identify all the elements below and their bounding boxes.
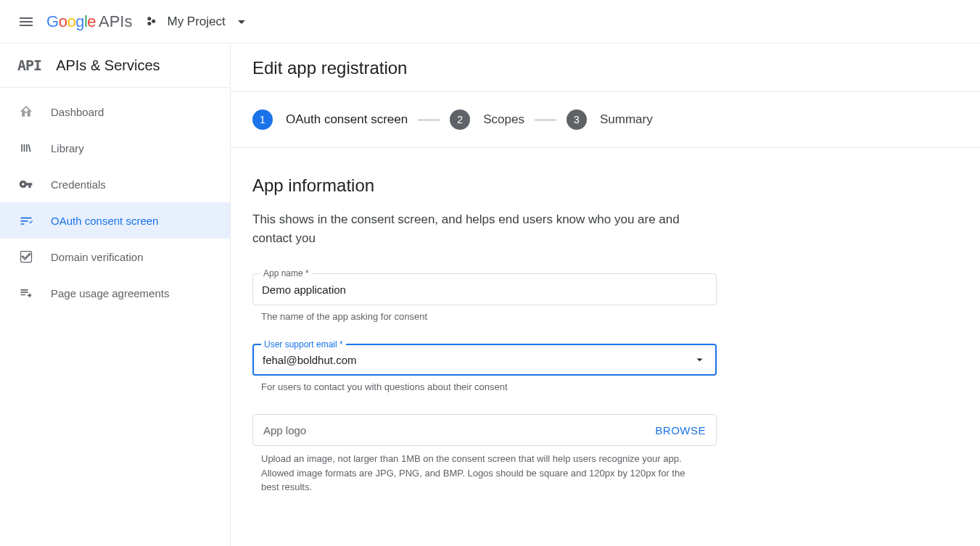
dropdown-icon	[693, 352, 707, 367]
sidebar-item-label: Page usage agreements	[51, 287, 169, 299]
sidebar-item-label: Dashboard	[51, 106, 104, 118]
hamburger-menu[interactable]	[9, 4, 44, 39]
browse-button[interactable]: BROWSE	[655, 424, 706, 437]
sidebar-item-page-usage[interactable]: Page usage agreements	[0, 275, 230, 311]
section-desc: This shows in the consent screen, and he…	[252, 210, 717, 247]
sidebar-item-label: OAuth consent screen	[51, 215, 158, 227]
consent-icon	[17, 212, 35, 229]
sidebar-item-credentials[interactable]: Credentials	[0, 166, 230, 202]
step-divider	[535, 120, 556, 120]
sidebar: API APIs & Services Dashboard Library	[0, 44, 231, 546]
step-label: Summary	[600, 112, 653, 127]
step-label: OAuth consent screen	[286, 112, 408, 127]
library-icon	[17, 139, 35, 157]
dashboard-icon	[17, 103, 35, 120]
support-email-select[interactable]	[254, 354, 693, 366]
verified-icon	[17, 248, 35, 265]
support-email-label: User support email *	[261, 339, 346, 349]
svg-point-2	[148, 22, 152, 25]
step-number: 2	[450, 109, 470, 130]
step-divider	[418, 120, 440, 120]
step-number: 3	[567, 109, 587, 130]
step-label: Scopes	[483, 112, 524, 127]
apis-label: APIs	[99, 12, 132, 31]
project-icon	[145, 15, 160, 29]
svg-point-0	[148, 17, 152, 20]
main-layout: API APIs & Services Dashboard Library	[0, 44, 980, 546]
project-name: My Project	[167, 15, 225, 29]
hamburger-icon	[17, 13, 35, 30]
project-selector[interactable]: My Project	[145, 13, 250, 30]
page-title: Edit app registration	[252, 58, 958, 78]
page-title-row: Edit app registration	[231, 44, 980, 92]
logo[interactable]: Google APIs	[46, 12, 132, 31]
sidebar-item-oauth-consent[interactable]: OAuth consent screen	[0, 202, 230, 239]
sidebar-item-label: Credentials	[51, 178, 106, 191]
app-logo-field-wrapper[interactable]: App logo BROWSE	[252, 414, 717, 446]
app-logo-helper: Upload an image, not larger than 1MB on …	[252, 452, 702, 495]
sidebar-items: Dashboard Library Credentials OAuth cons…	[0, 88, 230, 311]
sidebar-item-library[interactable]: Library	[0, 130, 230, 166]
field-app-logo: App logo BROWSE Upload an image, not lar…	[252, 414, 717, 495]
sidebar-title: APIs & Services	[56, 57, 160, 74]
topbar: Google APIs My Project	[0, 0, 980, 44]
step-number: 1	[252, 109, 273, 130]
app-name-field-wrapper[interactable]: App name *	[252, 273, 717, 305]
app-name-helper: The name of the app asking for consent	[252, 311, 717, 322]
field-support-email: User support email * For users to contac…	[252, 344, 717, 392]
key-icon	[17, 175, 35, 193]
api-logo: API	[17, 57, 41, 74]
app-logo-placeholder: App logo	[263, 424, 306, 437]
google-logo: Google	[46, 12, 96, 31]
stepper: 1 OAuth consent screen 2 Scopes 3 Summar…	[231, 92, 980, 148]
dropdown-icon	[233, 13, 250, 30]
agreements-icon	[17, 284, 35, 302]
step-oauth-consent[interactable]: 1 OAuth consent screen	[252, 109, 408, 130]
content: Edit app registration 1 OAuth consent sc…	[231, 44, 980, 546]
support-email-field-wrapper[interactable]: User support email *	[252, 344, 717, 376]
app-name-input[interactable]	[253, 284, 716, 296]
sidebar-item-domain-verification[interactable]: Domain verification	[0, 239, 230, 275]
sidebar-header: API APIs & Services	[0, 44, 230, 88]
app-name-label: App name *	[260, 268, 312, 278]
step-summary[interactable]: 3 Summary	[567, 109, 653, 130]
svg-point-1	[152, 19, 156, 22]
sidebar-item-label: Domain verification	[51, 251, 144, 263]
step-scopes[interactable]: 2 Scopes	[450, 109, 524, 130]
field-app-name: App name * The name of the app asking fo…	[252, 273, 717, 322]
sidebar-item-label: Library	[51, 142, 84, 154]
support-email-helper: For users to contact you with questions …	[252, 381, 717, 392]
sidebar-item-dashboard[interactable]: Dashboard	[0, 94, 230, 130]
section-heading: App information	[252, 175, 934, 196]
form-area: App information This shows in the consen…	[231, 148, 956, 544]
